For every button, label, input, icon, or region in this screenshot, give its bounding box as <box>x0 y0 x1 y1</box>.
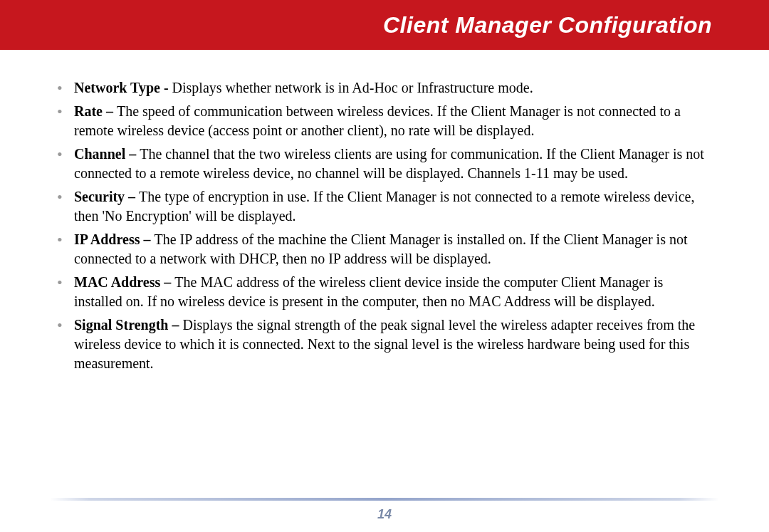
content-area: Network Type - Displays whether network … <box>57 78 712 377</box>
term-description: The type of encryption in use. If the Cl… <box>74 189 694 224</box>
term-description: The speed of communication between wirel… <box>74 103 681 138</box>
term-label: Rate – <box>74 103 117 119</box>
footer-rule <box>50 498 719 501</box>
document-page: Client Manager Configuration Network Typ… <box>0 0 769 532</box>
term-label: Signal Strength – <box>74 317 182 333</box>
list-item: Network Type - Displays whether network … <box>57 78 712 98</box>
list-item: IP Address – The IP address of the machi… <box>57 230 712 268</box>
term-label: Channel – <box>74 146 140 162</box>
definition-list: Network Type - Displays whether network … <box>57 78 712 373</box>
term-description: The IP address of the machine the Client… <box>74 231 688 266</box>
list-item: Channel – The channel that the two wirel… <box>57 145 712 183</box>
list-item: Signal Strength – Displays the signal st… <box>57 315 712 373</box>
list-item: MAC Address – The MAC address of the wir… <box>57 273 712 311</box>
term-label: Security – <box>74 189 139 204</box>
header-band: Client Manager Configuration <box>0 0 769 50</box>
term-label: IP Address – <box>74 231 154 247</box>
term-description: The channel that the two wireless client… <box>74 146 704 181</box>
page-number: 14 <box>0 507 769 522</box>
term-label: MAC Address – <box>74 274 174 290</box>
list-item: Security – The type of encryption in use… <box>57 187 712 226</box>
term-description: Displays whether network is in Ad-Hoc or… <box>172 80 533 95</box>
term-label: Network Type - <box>74 80 172 95</box>
page-title: Client Manager Configuration <box>383 12 712 38</box>
list-item: Rate – The speed of communication betwee… <box>57 102 712 140</box>
